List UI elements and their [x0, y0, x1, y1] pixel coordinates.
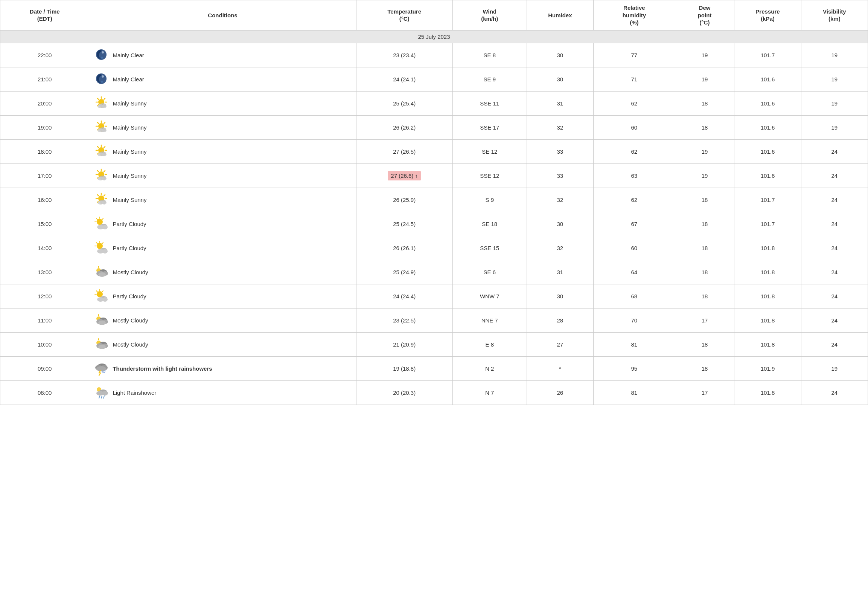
pressure-cell: 101.8	[735, 236, 801, 260]
humidex-header: Humidex	[527, 0, 593, 31]
pressure-cell: 101.6	[735, 115, 801, 139]
svg-point-15	[102, 104, 107, 108]
svg-point-63	[102, 201, 107, 205]
table-row: 08:00 Light Rainshower20 (20.3)N 7268117…	[0, 381, 868, 404]
weather-icon	[94, 361, 109, 377]
rh-cell: 63	[594, 163, 675, 188]
rh-cell: 71	[594, 67, 675, 91]
conditions-cell: Mainly Sunny	[89, 188, 356, 212]
time-cell: 22:00	[0, 43, 89, 67]
table-row: 11:00 Mostly Cloudy23 (22.5)NNE 72870171…	[0, 308, 868, 332]
rh-cell: 70	[594, 308, 675, 332]
svg-point-1	[102, 51, 104, 53]
conditions-cell: Mainly Sunny	[89, 91, 356, 115]
dew-cell: 19	[675, 163, 735, 188]
time-cell: 10:00	[0, 332, 89, 356]
temperature-cell: 27 (26.5)	[356, 139, 453, 163]
humidex-cell: 33	[527, 139, 593, 163]
condition-text: Thunderstorm with light rainshowers	[113, 365, 212, 372]
weather-icon	[94, 288, 109, 305]
wind-cell: SE 9	[453, 67, 527, 91]
humidex-cell: 32	[527, 188, 593, 212]
weather-icon	[94, 216, 109, 232]
wind-cell: N 7	[453, 381, 527, 404]
svg-line-89	[96, 291, 98, 292]
dew-cell: 18	[675, 236, 735, 260]
pressure-cell: 101.6	[735, 67, 801, 91]
temperature-cell: 26 (25.9)	[356, 188, 453, 212]
conditions-cell: Mainly Clear	[89, 67, 356, 91]
dew-cell: 18	[675, 260, 735, 284]
humidex-cell: 27	[527, 332, 593, 356]
temperature-cell: 25 (24.5)	[356, 212, 453, 236]
svg-point-105	[98, 345, 106, 349]
wind-cell: SSE 12	[453, 163, 527, 188]
weather-icon	[94, 336, 109, 353]
svg-point-119	[102, 391, 108, 395]
condition-text: Light Rainshower	[113, 390, 156, 396]
pressure-cell: 101.6	[735, 139, 801, 163]
svg-point-93	[102, 297, 108, 302]
conditions-cell: Mostly Cloudy	[89, 308, 356, 332]
visibility-header: Visibility(km)	[801, 0, 868, 31]
svg-line-11	[104, 98, 105, 99]
time-cell: 18:00	[0, 139, 89, 163]
visibility-cell: 24	[801, 139, 868, 163]
table-row: 15:00 Partly Cloudy25 (24.5)SE 183067181…	[0, 212, 868, 236]
temperature-cell: 24 (24.4)	[356, 284, 453, 308]
condition-text: Mainly Sunny	[113, 148, 146, 155]
visibility-cell: 24	[801, 308, 868, 332]
visibility-cell: 24	[801, 188, 868, 212]
table-row: 13:00 Mostly Cloudy25 (24.9)SE 631641810…	[0, 260, 868, 284]
humidex-cell: 28	[527, 308, 593, 332]
weather-icon	[94, 71, 109, 87]
svg-line-21	[98, 123, 99, 124]
pressure-cell: 101.8	[735, 284, 801, 308]
temperature-cell: 23 (22.5)	[356, 308, 453, 332]
humidex-cell: 30	[527, 43, 593, 67]
humidex-cell: *	[527, 356, 593, 381]
rh-cell: 81	[594, 381, 675, 404]
visibility-cell: 24	[801, 284, 868, 308]
conditions-cell: Mostly Cloudy	[89, 332, 356, 356]
svg-line-67	[96, 219, 98, 219]
wind-cell: SE 12	[453, 139, 527, 163]
humidex-cell: 31	[527, 91, 593, 115]
condition-text: Mainly Clear	[113, 76, 144, 82]
svg-point-51	[102, 177, 107, 180]
svg-point-3	[102, 75, 104, 78]
rh-cell: 81	[594, 332, 675, 356]
pressure-cell: 101.7	[735, 43, 801, 67]
svg-line-68	[102, 219, 103, 219]
wind-cell: SE 6	[453, 260, 527, 284]
svg-line-57	[98, 195, 99, 196]
temperature-header: Temperature(°C)	[356, 0, 453, 31]
rh-cell: 67	[594, 212, 675, 236]
datetime-header: Date / Time(EDT)	[0, 0, 89, 31]
condition-text: Partly Cloudy	[113, 245, 146, 251]
visibility-cell: 19	[801, 67, 868, 91]
wind-cell: SE 18	[453, 212, 527, 236]
svg-line-33	[98, 146, 99, 148]
highlighted-temp: 27 (26.6) ↑	[388, 171, 421, 180]
weather-icon	[94, 168, 109, 184]
svg-line-47	[104, 171, 105, 172]
svg-line-121	[101, 396, 102, 398]
wind-cell: NNE 7	[453, 308, 527, 332]
svg-line-35	[104, 146, 105, 148]
svg-line-122	[104, 396, 104, 398]
dew-cell: 18	[675, 91, 735, 115]
dew-cell: 19	[675, 139, 735, 163]
time-cell: 09:00	[0, 356, 89, 381]
time-cell: 20:00	[0, 91, 89, 115]
visibility-cell: 19	[801, 115, 868, 139]
condition-text: Mainly Sunny	[113, 100, 146, 107]
rh-cell: 68	[594, 284, 675, 308]
rh-header: Relativehumidity(%)	[594, 0, 675, 31]
condition-text: Partly Cloudy	[113, 221, 146, 227]
pressure-cell: 101.8	[735, 332, 801, 356]
dew-cell: 17	[675, 381, 735, 404]
svg-point-99	[98, 320, 106, 325]
wind-cell: S 9	[453, 188, 527, 212]
svg-point-27	[102, 129, 107, 132]
